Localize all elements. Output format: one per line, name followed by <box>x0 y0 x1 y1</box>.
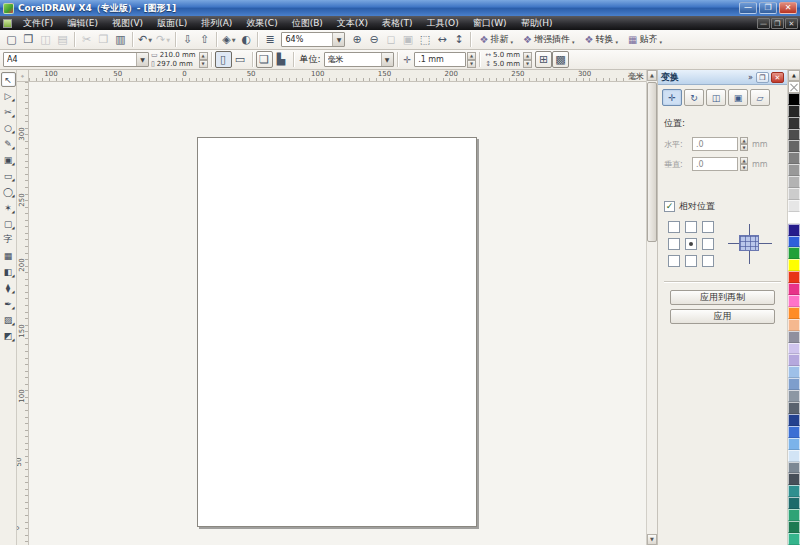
child-restore-button[interactable]: ❐ <box>771 18 784 29</box>
transform-rotate-tab[interactable]: ↻ <box>684 89 704 106</box>
color-swatch-13[interactable] <box>788 247 800 259</box>
import-icon[interactable]: ⇩ <box>179 31 196 48</box>
eyedropper-tool[interactable]: ⧫◢ <box>1 280 16 295</box>
all-pages-button[interactable]: ❏ <box>256 51 273 68</box>
anchor-point-7[interactable] <box>685 255 697 267</box>
fill-tool[interactable]: ▨◢ <box>1 312 16 327</box>
close-button[interactable]: ✕ <box>779 2 797 14</box>
pick-tool[interactable]: ↖ <box>1 72 16 87</box>
color-swatch-16[interactable] <box>788 283 800 295</box>
chevron-down-icon[interactable]: ▼ <box>232 37 236 43</box>
menu-item-0[interactable]: 文件(F) <box>16 16 60 30</box>
interactive-fill-tool[interactable]: ◩◢ <box>1 328 16 343</box>
horizontal-input[interactable]: .0 <box>692 137 738 151</box>
anchor-point-1[interactable] <box>685 221 697 233</box>
menu-item-1[interactable]: 编辑(E) <box>60 16 105 30</box>
chevron-down-icon[interactable]: ▼ <box>136 53 148 66</box>
zoom-in-icon[interactable]: ⊕ <box>348 31 365 48</box>
color-swatch-26[interactable] <box>788 402 800 414</box>
menu-item-6[interactable]: 位图(B) <box>285 16 330 30</box>
menu-item-5[interactable]: 效果(C) <box>239 16 284 30</box>
paper-size-spinner[interactable]: ▲▼ <box>199 52 208 67</box>
duplicate-y-value[interactable]: 5.0 mm <box>493 60 520 69</box>
anchor-point-4[interactable] <box>685 238 697 250</box>
plugin-snap-button[interactable]: ▦贴齐▾ <box>623 31 667 48</box>
zoom-out-icon[interactable]: ⊖ <box>365 31 382 48</box>
menu-item-3[interactable]: 版面(L) <box>150 16 194 30</box>
menu-item-2[interactable]: 视图(V) <box>105 16 150 30</box>
color-swatch-32[interactable] <box>788 473 800 485</box>
color-swatch-27[interactable] <box>788 414 800 426</box>
apply-button[interactable]: 应用 <box>670 309 775 324</box>
transform-size-tab[interactable]: ▣ <box>728 89 748 106</box>
zoom-page-icon[interactable]: ⬚ <box>416 31 433 48</box>
color-swatch-36[interactable] <box>788 521 800 533</box>
relative-position-checkbox[interactable]: ✓ <box>664 201 675 212</box>
vertical-ruler[interactable]: 300250200150100500 <box>17 82 29 545</box>
anchor-point-0[interactable] <box>668 221 680 233</box>
text-tool[interactable]: 字 <box>1 232 16 247</box>
outline-tool[interactable]: ✒◢ <box>1 296 16 311</box>
menu-item-4[interactable]: 排列(A) <box>194 16 239 30</box>
vertical-spinner[interactable]: ▲▼ <box>740 157 748 171</box>
color-swatch-18[interactable] <box>788 307 800 319</box>
menu-item-11[interactable]: 帮助(H) <box>514 16 560 30</box>
color-swatch-14[interactable] <box>788 259 800 271</box>
color-swatch-6[interactable] <box>788 164 800 176</box>
color-swatch-5[interactable] <box>788 152 800 164</box>
nudge-distance-field[interactable]: .1 mm <box>414 52 466 67</box>
units-combo[interactable]: 毫米 ▼ <box>324 52 394 67</box>
ellipse-tool[interactable]: ◯◢ <box>1 184 16 199</box>
color-swatch-35[interactable] <box>788 509 800 521</box>
color-swatch-4[interactable] <box>788 140 800 152</box>
color-swatch-7[interactable] <box>788 176 800 188</box>
menu-item-8[interactable]: 表格(T) <box>375 16 420 30</box>
color-swatch-31[interactable] <box>788 462 800 474</box>
paper-width-value[interactable]: 210.0 mm <box>160 51 196 60</box>
anchor-point-6[interactable] <box>668 255 680 267</box>
child-close-button[interactable]: ✕ <box>785 18 798 29</box>
color-swatch-33[interactable] <box>788 485 800 497</box>
chevron-down-icon[interactable]: ▼ <box>381 53 393 66</box>
open-icon[interactable]: ❒ <box>20 31 37 48</box>
current-page-button[interactable]: ▙ <box>273 51 290 68</box>
paper-height-value[interactable]: 297.0 mm <box>157 60 193 69</box>
menu-item-10[interactable]: 窗口(W) <box>466 16 514 30</box>
docker-close-button[interactable]: ✕ <box>771 72 784 83</box>
canvas[interactable] <box>29 82 646 545</box>
application-launcher-icon[interactable]: ◈▼ <box>220 31 237 48</box>
color-swatch-20[interactable] <box>788 331 800 343</box>
color-swatch-19[interactable] <box>788 319 800 331</box>
landscape-button[interactable]: ▭ <box>232 51 249 68</box>
no-color-swatch[interactable] <box>788 81 800 93</box>
export-icon[interactable]: ⇧ <box>196 31 213 48</box>
drawing-page[interactable] <box>197 137 477 527</box>
color-swatch-29[interactable] <box>788 438 800 450</box>
paper-size-combo[interactable]: A4 ▼ <box>3 52 149 67</box>
rectangle-tool[interactable]: ▭◢ <box>1 168 16 183</box>
docker-chevron[interactable]: » <box>748 73 753 82</box>
portrait-button[interactable]: ▯ <box>215 51 232 68</box>
treat-as-filled-button[interactable]: ▩ <box>552 51 569 68</box>
chevron-down-icon[interactable]: ▼ <box>148 37 152 43</box>
new-document-icon[interactable]: ▢ <box>3 31 20 48</box>
anchor-point-5[interactable] <box>702 238 714 250</box>
color-swatch-21[interactable] <box>788 343 800 355</box>
plugin-enhance-button[interactable]: ❖增强插件▾ <box>518 31 579 48</box>
color-swatch-0[interactable] <box>788 93 800 105</box>
vertical-input[interactable]: .0 <box>692 157 738 171</box>
color-swatch-11[interactable] <box>788 224 800 236</box>
smart-fill-tool[interactable]: ▣◢ <box>1 152 16 167</box>
apply-to-duplicate-button[interactable]: 应用到再制 <box>670 290 775 305</box>
ruler-origin[interactable]: ⌖ <box>17 70 29 82</box>
basic-shapes-tool[interactable]: ▢◢ <box>1 216 16 231</box>
scrollbar-thumb[interactable] <box>647 82 657 242</box>
color-swatch-37[interactable] <box>788 533 800 545</box>
color-swatch-28[interactable] <box>788 426 800 438</box>
palette-scroll-up-icon[interactable]: ▲ <box>788 70 800 81</box>
child-minimize-button[interactable]: — <box>757 18 770 29</box>
scroll-down-icon[interactable]: ▼ <box>647 534 657 545</box>
color-swatch-10[interactable] <box>788 212 800 224</box>
polygon-tool[interactable]: ✶◢ <box>1 200 16 215</box>
color-swatch-22[interactable] <box>788 354 800 366</box>
